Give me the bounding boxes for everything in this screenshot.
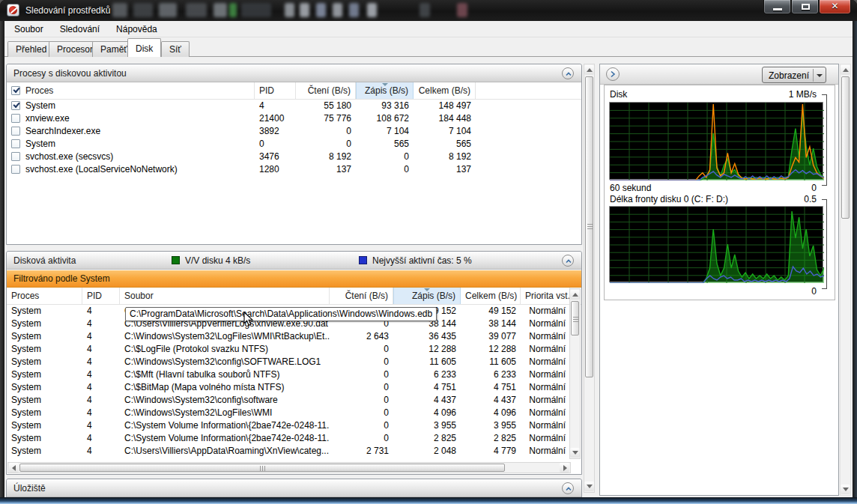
table-row[interactable]: svchost.exe (LocalServiceNoNetwork)12801… [7, 163, 581, 176]
minimize-icon [773, 8, 782, 10]
disk-processes-panel-header[interactable]: Procesy s diskovou aktivitou [7, 64, 581, 82]
table-row[interactable]: System4C:\Users\Villiers\AppData\Roaming… [7, 445, 581, 458]
table-row[interactable]: System4C:\$BitMap (Mapa volného místa NT… [7, 381, 581, 394]
cell: Normální [521, 445, 570, 458]
menu-napoveda[interactable]: Nápověda [109, 22, 164, 37]
row-checkbox[interactable] [11, 165, 20, 174]
views-dropdown-button[interactable]: Zobrazení [762, 67, 826, 83]
row-checkbox[interactable] [11, 127, 20, 136]
row-checkbox[interactable] [11, 139, 20, 148]
column-header-cteni[interactable]: Čtení (B/s) [330, 288, 393, 304]
scroll-down-button[interactable] [841, 485, 850, 494]
cell: 4 [82, 381, 120, 394]
titlebar-glass-blob [300, 3, 309, 17]
cell: 3476 [255, 151, 296, 163]
table-row[interactable]: SearchIndexer.exe389207 1047 104 [7, 125, 581, 138]
table-row[interactable]: System4C:\System Volume Information\{2ba… [7, 432, 581, 445]
table-row[interactable]: System4C:\Windows\System32\LogFiles\WMI\… [7, 330, 581, 343]
table-row[interactable]: System4C:\Windows\System32\config\SOFTWA… [7, 356, 581, 368]
scrollbar-thumb[interactable] [585, 76, 593, 377]
scroll-down-button[interactable] [570, 448, 580, 458]
scroll-up-button[interactable] [584, 65, 594, 75]
table-row[interactable]: System4C:\System Volume Information\{2ba… [7, 419, 581, 432]
expand-pane-button[interactable] [606, 67, 620, 81]
cell: System [7, 445, 82, 458]
column-header-celkem[interactable]: Celkem (B/s) [414, 82, 476, 99]
scrollbar-thumb[interactable] [571, 301, 579, 336]
table-row[interactable]: System4C:\Windows\System32\LogFiles\WMI0… [7, 407, 581, 419]
cell: 4 [82, 343, 120, 356]
pane-vertical-scrollbar[interactable] [840, 64, 851, 496]
process-name: System [25, 100, 55, 111]
column-header-zapis[interactable]: Zápis (B/s) [356, 82, 414, 99]
row-checkbox[interactable] [11, 152, 20, 161]
scroll-left-button[interactable] [9, 463, 19, 473]
charts-pane: Zobrazení Disk 1 MB/s 60 sekund 0 Délka … [599, 64, 839, 496]
table-horizontal-scrollbar[interactable] [7, 462, 571, 473]
cell: Normální [521, 432, 570, 445]
table-row[interactable]: svchost.exe (secsvcs)34768 19208 192 [7, 151, 581, 163]
table-row[interactable]: System455 18093 316148 497 [7, 100, 581, 112]
table-row[interactable]: System4C:\$LogFile (Protokol svazku NTFS… [7, 343, 581, 356]
collapse-button[interactable] [562, 67, 574, 79]
cell: 0 [356, 163, 414, 176]
column-header-celkem[interactable]: Celkem (B/s) [461, 288, 521, 304]
scrollbar-thumb[interactable] [841, 76, 850, 219]
close-button[interactable]: ✕ [819, 0, 851, 14]
process-name: System [25, 139, 55, 149]
minimize-button[interactable] [763, 0, 791, 14]
menu-sledovani[interactable]: Sledování [53, 22, 106, 37]
column-header-pid[interactable]: PID [255, 82, 296, 99]
row-checkbox[interactable] [11, 101, 20, 110]
titlebar-glass-blob [316, 3, 326, 17]
cell: 2 825 [461, 432, 521, 445]
menu-soubor[interactable]: Soubor [7, 22, 50, 37]
collapse-button[interactable] [562, 482, 574, 494]
table-row[interactable]: System4C:\Windows\System32\config\softwa… [7, 394, 581, 407]
tab-sit[interactable]: Síť [161, 41, 190, 57]
cell: 0 [356, 151, 414, 163]
title-bar[interactable]: Sledování prostředků ✕ [0, 0, 857, 21]
tab-prehled[interactable]: Přehled [7, 41, 55, 57]
cell: 4 [82, 407, 120, 419]
maximize-button[interactable] [791, 0, 819, 14]
scroll-right-button[interactable] [560, 463, 569, 473]
table-row[interactable]: System00565565 [7, 138, 581, 151]
disk-activity-panel-header[interactable]: Disková aktivita V/V disku 4 kB/s Nejvyš… [7, 252, 581, 270]
cell: 11 605 [461, 356, 521, 368]
cell: 75 776 [296, 112, 356, 125]
process-name: svchost.exe (secsvcs) [25, 151, 113, 162]
cell: 0 [330, 432, 393, 445]
cell: C:\System Volume Information\{2bae742e-0… [120, 432, 330, 445]
column-header-proces[interactable]: Proces [7, 82, 255, 99]
cell: Normální [521, 407, 570, 419]
main-vertical-scrollbar[interactable] [584, 64, 595, 493]
column-header-pid[interactable]: PID [82, 288, 120, 304]
storage-panel-header[interactable]: Úložiště [7, 479, 581, 497]
column-header-proces[interactable]: Proces [7, 288, 82, 304]
table-row[interactable]: xnview.exe2140075 776108 672184 448 [7, 112, 581, 125]
table-header: Proces PID Soubor Čtení (B/s) Zápis (B/s… [7, 288, 581, 305]
column-header-soubor[interactable]: Soubor [120, 288, 330, 304]
cell: System [7, 318, 82, 330]
column-header-zapis[interactable]: Zápis (B/s) [393, 288, 461, 304]
tab-disk[interactable]: Disk [127, 38, 161, 57]
table-vertical-scrollbar[interactable] [569, 288, 581, 459]
storage-panel: Úložiště [6, 479, 582, 498]
collapse-button[interactable] [562, 255, 574, 267]
cell: 4 [82, 394, 120, 407]
table-row[interactable]: System4C:\$Mft (Hlavní tabulka souborů N… [7, 368, 581, 381]
scroll-down-button[interactable] [584, 482, 594, 491]
column-header-cteni[interactable]: Čtení (B/s) [296, 82, 356, 99]
row-checkbox[interactable] [11, 114, 20, 123]
cell: 0 [330, 368, 393, 381]
column-header-priorita[interactable]: Priorita vst... [521, 288, 570, 304]
scroll-up-button[interactable] [570, 290, 580, 300]
scroll-up-button[interactable] [841, 65, 850, 75]
select-all-checkbox[interactable] [11, 86, 20, 95]
scrollbar-thumb[interactable] [19, 464, 505, 472]
cell: C:\Windows\System32\config\SOFTWARE.LOG1 [120, 356, 330, 368]
up-arrow-icon [587, 68, 593, 72]
disk-activity-panel: Disková aktivita V/V disku 4 kB/s Nejvyš… [6, 251, 582, 475]
cell: 137 [296, 163, 356, 176]
